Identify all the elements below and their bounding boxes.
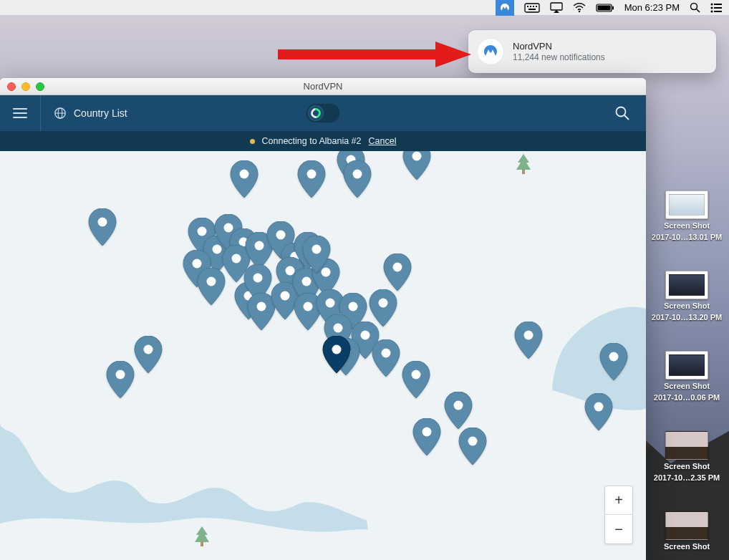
svg-point-39 <box>412 152 422 161</box>
map-pin[interactable] <box>382 254 412 291</box>
connection-toggle[interactable] <box>306 103 340 123</box>
svg-point-15 <box>711 6 713 9</box>
window-titlebar[interactable]: NordVPN <box>0 78 646 95</box>
svg-point-69 <box>423 428 432 437</box>
notification-app-icon <box>477 38 504 65</box>
map-pin[interactable] <box>513 322 544 359</box>
file-name-line2: 2017-10…13.20 PM <box>652 313 722 322</box>
map-pin[interactable] <box>412 418 442 455</box>
svg-rect-9 <box>597 5 610 10</box>
search-button[interactable] <box>614 105 630 123</box>
file-name-line1: Screen Shot <box>664 221 710 231</box>
map-pin[interactable] <box>301 236 332 273</box>
menubar-keyboard-icon[interactable] <box>524 0 540 16</box>
svg-marker-20 <box>435 42 471 67</box>
desktop-file-3[interactable]: Screen Shot 2017-10…0.06 PM <box>652 351 722 402</box>
svg-point-73 <box>609 352 619 362</box>
svg-rect-1 <box>527 6 528 7</box>
map-pin[interactable] <box>229 160 259 198</box>
notification-banner[interactable]: NordVPN 11,244 new notifications <box>468 30 716 73</box>
status-text: Connecting to Albania #2 <box>262 136 362 146</box>
map-pin[interactable] <box>296 160 327 198</box>
file-name-line1: Screen Shot <box>664 301 710 311</box>
map-pin[interactable] <box>342 160 372 198</box>
map-tree-icon <box>515 154 532 176</box>
svg-rect-0 <box>525 4 539 12</box>
svg-point-7 <box>578 10 579 11</box>
menubar-battery-icon[interactable] <box>596 0 614 16</box>
map-pin[interactable] <box>584 393 614 430</box>
map-pin[interactable] <box>402 151 432 180</box>
svg-point-67 <box>382 349 391 358</box>
svg-point-44 <box>193 259 202 269</box>
battery-icon <box>596 4 614 12</box>
map-pin[interactable] <box>105 361 135 398</box>
file-name-line1: Screen Shot <box>664 542 710 551</box>
menubar-nordvpn-icon[interactable] <box>496 0 514 16</box>
svg-point-34 <box>240 170 249 179</box>
menubar-airplay-icon[interactable] <box>550 0 563 16</box>
map-pin[interactable] <box>371 339 401 377</box>
globe-icon <box>54 107 67 120</box>
file-name-line1: Screen Shot <box>664 382 710 391</box>
svg-point-59 <box>326 299 335 308</box>
svg-point-71 <box>468 437 478 446</box>
svg-point-11 <box>691 4 697 10</box>
svg-point-40 <box>198 227 207 236</box>
svg-point-64 <box>361 331 370 340</box>
server-map[interactable]: + − <box>0 151 646 560</box>
svg-point-58 <box>304 302 313 312</box>
desktop-file-1[interactable]: Screen Shot 2017-10…13.01 PM <box>652 190 722 242</box>
desktop-file-2[interactable]: Screen Shot 2017-10…13.20 PM <box>652 271 722 322</box>
svg-point-17 <box>711 10 713 12</box>
svg-rect-31 <box>201 542 203 546</box>
svg-point-63 <box>334 324 343 333</box>
list-icon <box>710 3 722 13</box>
cancel-link[interactable]: Cancel <box>369 136 397 146</box>
search-icon <box>614 105 630 121</box>
desktop-file-4[interactable]: Screen Shot 2017-10…2.35 PM <box>652 431 722 483</box>
mac-menubar: Mon 6:23 PM <box>0 0 729 16</box>
zoom-controls: + − <box>604 486 633 544</box>
svg-point-45 <box>207 277 216 286</box>
desktop-file-5[interactable]: Screen Shot <box>652 511 722 551</box>
svg-line-25 <box>624 115 629 120</box>
zoom-out-button[interactable]: − <box>605 515 632 544</box>
file-name-line2: 2017-10…13.01 PM <box>652 233 722 242</box>
menubar-wifi-icon[interactable] <box>573 0 586 16</box>
zoom-in-button[interactable]: + <box>605 486 632 515</box>
svg-rect-10 <box>612 6 614 9</box>
country-list-button[interactable]: Country List <box>54 107 127 120</box>
map-pin[interactable] <box>133 336 163 373</box>
file-thumbnail <box>665 511 708 540</box>
map-pin[interactable] <box>87 208 117 246</box>
map-pin-active[interactable] <box>322 336 352 373</box>
svg-point-27 <box>285 476 317 496</box>
svg-point-53 <box>257 302 266 312</box>
svg-point-51 <box>254 274 263 283</box>
svg-rect-4 <box>536 6 537 7</box>
nordvpn-window: NordVPN Country List Connecting to Alba <box>0 78 646 560</box>
svg-point-66 <box>116 370 125 380</box>
map-pin[interactable] <box>599 343 629 380</box>
menu-button[interactable] <box>13 108 27 118</box>
menubar-spotlight-icon[interactable] <box>690 0 700 16</box>
svg-rect-14 <box>714 4 722 5</box>
svg-rect-5 <box>528 9 536 10</box>
map-pin[interactable] <box>443 392 473 429</box>
svg-point-24 <box>617 107 626 117</box>
map-tree-icon <box>193 526 211 549</box>
svg-rect-18 <box>714 11 722 12</box>
toolbar-separator <box>40 95 41 131</box>
svg-point-33 <box>144 345 153 354</box>
map-pin[interactable] <box>401 361 431 398</box>
menubar-clock[interactable]: Mon 6:23 PM <box>624 0 680 16</box>
file-thumbnail <box>665 431 708 460</box>
menubar-notification-center-icon[interactable] <box>710 0 722 16</box>
svg-point-57 <box>312 245 322 254</box>
svg-point-54 <box>281 291 290 301</box>
notification-message: 11,244 new notifications <box>513 52 605 62</box>
map-pin[interactable] <box>458 428 488 465</box>
annotation-arrow <box>278 42 471 67</box>
keyboard-icon <box>524 3 540 13</box>
